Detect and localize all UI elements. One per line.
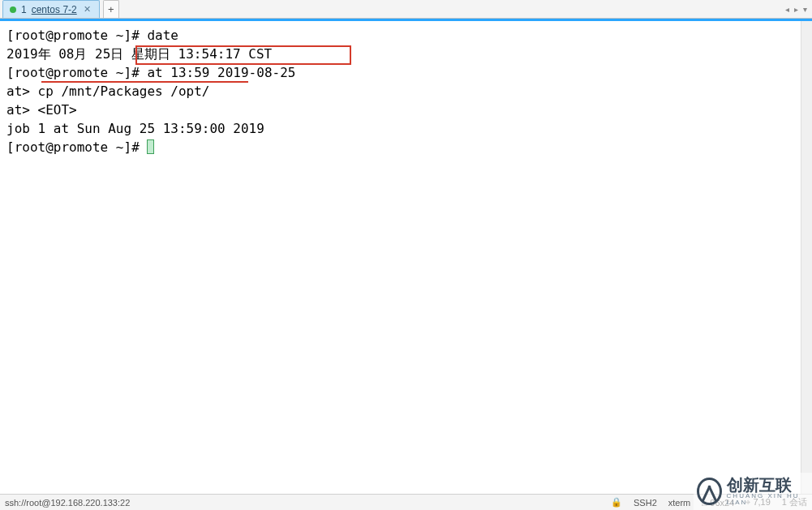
command-date: date	[147, 28, 178, 43]
tab-nav-right-icon[interactable]: ▸	[794, 5, 798, 14]
watermark-text-en: CHUANG XIN HU LIAN	[727, 493, 812, 506]
prompt: [root@promote ~]#	[6, 28, 147, 43]
tab-bar-right: ◂ ▸ ▾	[785, 0, 812, 18]
tab-index: 1	[21, 4, 27, 15]
prompt: [root@promote ~]#	[6, 139, 147, 155]
prompt: [root@promote ~]#	[6, 65, 147, 80]
scrollbar[interactable]	[801, 21, 812, 494]
status-connection: ssh://root@192.168.220.133:22	[5, 498, 130, 508]
command-at: at 13:59 2019-08-25	[147, 65, 295, 80]
status-term: xterm	[668, 498, 691, 508]
tab-nav-left-icon[interactable]: ◂	[785, 5, 789, 14]
status-bar: ssh://root@192.168.220.133:22 🔒 SSH2 xte…	[0, 494, 812, 510]
terminal[interactable]: [root@promote ~]# date 2019年 08月 25日 星期日…	[0, 21, 801, 494]
watermark: 创新互联 CHUANG XIN HU LIAN	[694, 473, 812, 510]
close-icon[interactable]: ✕	[82, 4, 92, 15]
status-dot-icon	[10, 6, 16, 13]
terminal-area: [root@promote ~]# date 2019年 08月 25日 星期日…	[0, 19, 812, 494]
lock-icon: 🔒	[611, 497, 622, 508]
status-protocol: SSH2	[634, 498, 657, 508]
tab-bar: 1 centos 7-2 ✕ + ◂ ▸ ▾	[0, 0, 812, 19]
new-tab-button[interactable]: +	[103, 0, 119, 18]
cursor-icon	[147, 139, 154, 154]
output-date: 2019年 08月 25日 星期日 13:54:17 CST	[6, 46, 272, 62]
tab-menu-icon[interactable]: ▾	[803, 5, 807, 14]
tab-active[interactable]: 1 centos 7-2 ✕	[2, 0, 100, 18]
output-job: job 1 at Sun Aug 25 13:59:00 2019	[6, 121, 264, 136]
tab-title: centos 7-2	[32, 4, 77, 15]
at-input-cp: at> cp /mnt/Packages /opt/	[6, 84, 209, 99]
plus-icon: +	[108, 3, 114, 15]
watermark-logo-icon	[697, 478, 722, 505]
watermark-text-cn: 创新互联	[727, 477, 812, 493]
at-input-eot: at> <EOT>	[6, 102, 77, 118]
